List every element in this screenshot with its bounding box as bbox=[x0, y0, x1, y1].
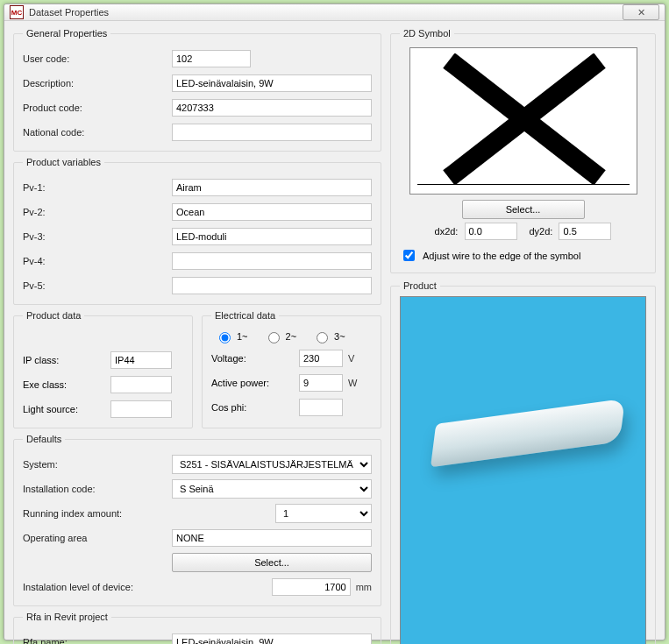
product-code-input[interactable] bbox=[172, 99, 372, 117]
pv2-input[interactable] bbox=[172, 203, 372, 221]
rfa-group: Rfa in Revit project Rfa name: Category: bbox=[13, 612, 381, 644]
general-properties-legend: General Properties bbox=[23, 28, 110, 39]
window-title: Dataset Properties bbox=[29, 7, 623, 18]
app-icon: MC bbox=[10, 5, 24, 19]
dy2d-input[interactable] bbox=[559, 223, 611, 240]
light-source-label: Light source: bbox=[23, 404, 110, 414]
symbol-baseline bbox=[417, 184, 630, 185]
running-index-select[interactable]: 1 bbox=[275, 504, 372, 523]
install-level-unit: mm bbox=[356, 582, 372, 592]
active-power-input[interactable] bbox=[299, 374, 343, 392]
product-variables-legend: Product variables bbox=[23, 157, 104, 167]
dialog-window: MC Dataset Properties ✕ General Properti… bbox=[4, 4, 665, 640]
voltage-input[interactable] bbox=[299, 350, 343, 367]
description-label: Description: bbox=[23, 78, 172, 88]
product-3d-preview[interactable] bbox=[400, 296, 646, 644]
user-code-label: User code: bbox=[23, 53, 172, 64]
product-code-label: Product code: bbox=[23, 103, 172, 113]
dx2d-input[interactable] bbox=[465, 223, 517, 240]
dx2d-label: dx2d: bbox=[435, 226, 459, 237]
exe-class-input[interactable] bbox=[110, 376, 172, 393]
phase-1-radio[interactable]: 1~ bbox=[215, 329, 248, 343]
national-code-label: National code: bbox=[23, 127, 172, 138]
phase-2-label: 2~ bbox=[286, 331, 297, 342]
installation-code-select[interactable]: S Seinä bbox=[172, 479, 372, 499]
phase-3-label: 3~ bbox=[334, 331, 345, 342]
general-properties-group: General Properties User code: Descriptio… bbox=[13, 28, 381, 152]
phase-1-label: 1~ bbox=[237, 331, 248, 342]
phase-2-radio[interactable]: 2~ bbox=[264, 329, 297, 343]
product-group: Product Select... Properties... bbox=[390, 280, 656, 644]
description-input[interactable] bbox=[172, 74, 372, 92]
user-code-input[interactable] bbox=[172, 50, 251, 67]
left-column: General Properties User code: Descriptio… bbox=[13, 28, 381, 644]
active-power-unit: W bbox=[348, 378, 357, 388]
pv4-label: Pv-4: bbox=[23, 256, 172, 266]
close-icon: ✕ bbox=[637, 7, 645, 18]
pv1-input[interactable] bbox=[172, 179, 372, 196]
install-level-input[interactable] bbox=[272, 578, 351, 596]
product-data-group: Product data IP class: Exe class: Light … bbox=[13, 310, 193, 428]
phase-3-radio[interactable]: 3~ bbox=[312, 329, 345, 343]
pv5-label: Pv-5: bbox=[23, 280, 172, 291]
product-legend: Product bbox=[400, 280, 440, 291]
voltage-label: Voltage: bbox=[211, 353, 299, 364]
operating-area-input[interactable] bbox=[172, 529, 372, 547]
titlebar: MC Dataset Properties ✕ bbox=[4, 4, 665, 21]
adjust-wire-label: Adjust wire to the edge of the symbol bbox=[423, 251, 580, 261]
product-variables-group: Product variables Pv-1: Pv-2: Pv-3: Pv-4… bbox=[13, 157, 381, 305]
symbol-select-button[interactable]: Select... bbox=[462, 200, 585, 219]
close-button[interactable]: ✕ bbox=[623, 4, 659, 20]
product-model-icon bbox=[431, 399, 625, 468]
pv4-input[interactable] bbox=[172, 252, 372, 270]
pv3-label: Pv-3: bbox=[23, 231, 172, 242]
symbol-legend: 2D Symbol bbox=[400, 28, 454, 39]
defaults-legend: Defaults bbox=[23, 434, 65, 444]
operating-area-label: Operating area bbox=[23, 533, 172, 543]
right-column: 2D Symbol Select... dx2d: dy2d: bbox=[390, 28, 656, 644]
pv2-label: Pv-2: bbox=[23, 207, 172, 217]
rfa-legend: Rfa in Revit project bbox=[23, 612, 111, 622]
cos-phi-input[interactable] bbox=[299, 399, 343, 416]
pv5-input[interactable] bbox=[172, 277, 372, 294]
system-select[interactable]: S251 - SISÄVALAISTUSJÄRJESTELMÄ bbox=[172, 455, 372, 474]
product-data-legend: Product data bbox=[23, 310, 84, 321]
x-symbol-icon bbox=[442, 53, 607, 185]
system-label: System: bbox=[23, 459, 172, 470]
pv1-label: Pv-1: bbox=[23, 182, 172, 193]
rfa-name-input[interactable] bbox=[172, 633, 372, 644]
adjust-wire-checkbox[interactable] bbox=[403, 250, 415, 261]
electrical-data-legend: Electrical data bbox=[211, 310, 279, 321]
cos-phi-label: Cos phi: bbox=[211, 402, 299, 413]
electrical-data-group: Electrical data 1~ 2~ 3~ Voltage:V Activ… bbox=[202, 310, 381, 428]
light-source-input[interactable] bbox=[110, 400, 172, 418]
ip-class-input[interactable] bbox=[110, 351, 172, 369]
installation-code-label: Installation code: bbox=[23, 484, 172, 494]
symbol-group: 2D Symbol Select... dx2d: dy2d: bbox=[390, 28, 656, 273]
pv3-input[interactable] bbox=[172, 228, 372, 245]
dialog-content: General Properties User code: Descriptio… bbox=[4, 21, 665, 644]
running-index-label: Running index amount: bbox=[23, 508, 172, 519]
national-code-input[interactable] bbox=[172, 124, 372, 141]
operating-area-select-button[interactable]: Select... bbox=[172, 553, 372, 572]
voltage-unit: V bbox=[348, 353, 354, 364]
ip-class-label: IP class: bbox=[23, 355, 110, 365]
rfa-name-label: Rfa name: bbox=[23, 637, 172, 644]
symbol-preview bbox=[409, 47, 637, 195]
exe-class-label: Exe class: bbox=[23, 379, 110, 390]
active-power-label: Active power: bbox=[211, 378, 299, 388]
dy2d-label: dy2d: bbox=[530, 226, 553, 237]
install-level-label: Instalation level of device: bbox=[23, 582, 172, 592]
defaults-group: Defaults System: S251 - SISÄVALAISTUSJÄR… bbox=[13, 434, 381, 606]
